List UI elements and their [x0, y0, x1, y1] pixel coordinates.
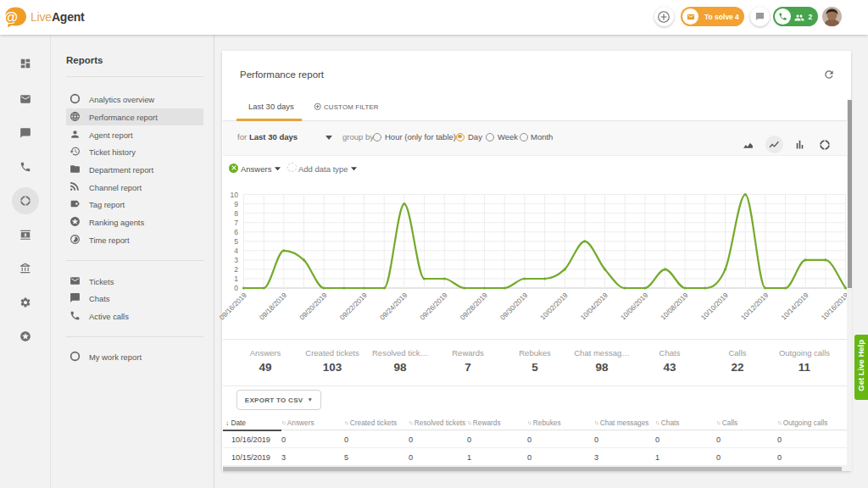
- svg-text:7: 7: [234, 219, 238, 227]
- svg-text:3: 3: [234, 256, 238, 264]
- svg-text:09/22/2019: 09/22/2019: [337, 291, 369, 322]
- svg-text:1: 1: [234, 274, 238, 283]
- svg-text:2: 2: [234, 265, 238, 274]
- svg-text:09/30/2019: 09/30/2019: [498, 291, 530, 322]
- svg-text:10/10/2019: 10/10/2019: [699, 291, 731, 322]
- svg-text:4: 4: [234, 247, 238, 255]
- svg-text:10/14/2019: 10/14/2019: [779, 291, 810, 322]
- svg-text:09/28/2019: 09/28/2019: [458, 291, 489, 322]
- svg-text:10/12/2019: 10/12/2019: [739, 291, 771, 322]
- svg-text:5: 5: [234, 237, 238, 246]
- svg-text:10/02/2019: 10/02/2019: [538, 291, 570, 322]
- svg-text:09/24/2019: 09/24/2019: [378, 291, 409, 322]
- svg-text:0: 0: [234, 284, 238, 292]
- svg-text:09/16/2019: 09/16/2019: [217, 291, 248, 322]
- svg-text:6: 6: [234, 228, 238, 236]
- svg-text:09/18/2019: 09/18/2019: [258, 291, 289, 322]
- svg-text:09/26/2019: 09/26/2019: [418, 291, 449, 322]
- svg-text:@: @: [4, 9, 19, 25]
- svg-text:10/06/2019: 10/06/2019: [619, 291, 650, 322]
- svg-text:10/08/2019: 10/08/2019: [659, 291, 690, 322]
- svg-text:8: 8: [234, 209, 238, 218]
- svg-text:10/16/2019: 10/16/2019: [820, 291, 851, 322]
- svg-text:10/04/2019: 10/04/2019: [579, 291, 610, 322]
- svg-text:10: 10: [231, 191, 239, 199]
- svg-text:9: 9: [234, 200, 238, 208]
- svg-text:09/20/2019: 09/20/2019: [298, 291, 329, 322]
